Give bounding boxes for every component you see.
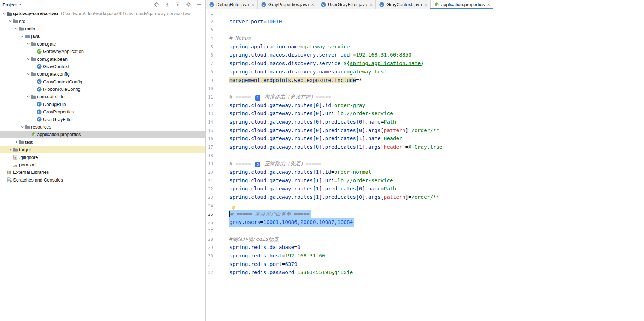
code-line-content[interactable]: spring.cloud.gateway.routes[1].id=order-… (227, 168, 644, 177)
code-line-content[interactable]: spring.cloud.gateway.routes[0].uri=lb://… (227, 109, 644, 118)
close-tab-icon[interactable]: × (487, 2, 490, 7)
code-line-content[interactable]: management.endpoints.web.exposure.includ… (227, 76, 644, 85)
code-line-content[interactable]: gray.users=10001,10086,20000,10087,10084 (227, 218, 644, 227)
code-line-content[interactable]: # ===== 1 灰度路由（必须在前）===== (227, 93, 644, 101)
tree-item-pom-xml[interactable]: mpom.xml (0, 161, 205, 168)
close-tab-icon[interactable]: × (425, 2, 427, 7)
project-view-selector[interactable]: Project (2, 2, 22, 7)
chevron-down-icon[interactable] (14, 26, 18, 31)
token-k: spring.cloud.nacos.discovery.service (229, 60, 340, 66)
chevron-right-icon[interactable] (8, 148, 12, 152)
locate-file-icon[interactable] (154, 2, 159, 7)
tree-item-gateway-service-two[interactable]: gateway-service-twoD:\software\idea\work… (0, 10, 205, 17)
code-line-content[interactable]: spring.redis.port=6379 (227, 260, 644, 269)
code-line-content[interactable] (227, 9, 644, 18)
gitignore-file-icon (12, 154, 19, 160)
chevron-right-icon[interactable] (14, 140, 18, 144)
settings-gear-icon[interactable] (186, 2, 191, 7)
line-number: 20 (206, 168, 227, 177)
code-line-content[interactable]: spring.cloud.nacos.discovery.service=${s… (227, 59, 644, 68)
tree-item-usergrayfilter[interactable]: CUserGrayFilter (0, 115, 205, 123)
editor-body[interactable]: 12server.port=1001034# Nacos5spring.appl… (206, 9, 644, 321)
close-tab-icon[interactable]: × (311, 2, 314, 7)
tree-item-gatewayapplication[interactable]: GatewayApplication (0, 48, 205, 55)
tree-item-com-gate[interactable]: com.gate (0, 40, 205, 48)
token-eq: = (356, 77, 359, 83)
tree-item-application-properties[interactable]: application.properties (0, 131, 205, 138)
project-tree: gateway-service-twoD:\software\idea\work… (0, 9, 205, 321)
code-line-content[interactable]: spring.cloud.gateway.routes[0].predicate… (227, 118, 644, 126)
tree-item-graycontextconfig[interactable]: CGrayContextConfig (0, 78, 205, 85)
tree-item-ribbonruleconfig[interactable]: CRibbonRuleConfig (0, 85, 205, 93)
chevron-down-icon[interactable] (26, 57, 30, 61)
tree-item-com-gate-bean[interactable]: com.gate.bean (0, 55, 205, 63)
chevron-down-icon[interactable] (20, 34, 24, 38)
tree-item-label: .gitignore (19, 155, 38, 160)
line-number: 29 (206, 243, 227, 252)
code-line-content[interactable]: spring.cloud.nacos.discovery.server-addr… (227, 51, 644, 59)
code-line-2: 2server.port=10010 (206, 18, 644, 26)
code-line-content[interactable] (227, 227, 644, 235)
code-line-content[interactable]: #测试环境redis配置 (227, 235, 644, 244)
tree-item-resources[interactable]: resources (0, 123, 205, 131)
code-line-content[interactable]: spring.cloud.gateway.routes[0].predicate… (227, 143, 644, 151)
code-line-content[interactable] (227, 26, 644, 34)
tab-debugrule-java[interactable]: CDebugRule.java× (206, 0, 258, 9)
tree-item-label: main (25, 26, 35, 31)
token-num: 10001,10086,20000,10087,10084 (263, 219, 353, 225)
code-line-content[interactable]: # ===== 灰度用户白名单 ===== (227, 210, 644, 219)
tree-item-scratches-and-consoles[interactable]: Scratches and Consoles (0, 176, 205, 184)
tree-item-test[interactable]: test (0, 138, 205, 146)
chevron-down-icon[interactable] (2, 12, 6, 16)
tree-item-grayproperties[interactable]: CGrayProperties (0, 108, 205, 115)
chevron-down-icon[interactable] (26, 72, 30, 76)
svg-text:C: C (38, 110, 41, 114)
code-line-content[interactable]: spring.cloud.gateway.routes[0].predicate… (227, 126, 644, 135)
code-line-content[interactable]: spring.cloud.gateway.routes[0].id=order-… (227, 101, 644, 110)
code-line-content[interactable]: spring.redis.database=0 (227, 243, 644, 252)
code-line-content[interactable]: spring.cloud.gateway.routes[1].uri=lb://… (227, 177, 644, 185)
code-line-content[interactable]: spring.redis.password=13301455191@qiuxie (227, 268, 644, 277)
code-line-content[interactable] (227, 202, 644, 210)
chevron-down-icon[interactable] (20, 125, 24, 129)
chevron-down-icon[interactable] (26, 42, 30, 46)
expand-all-icon[interactable] (164, 2, 170, 7)
token-k: spring.cloud.gateway.routes[1].id (229, 169, 331, 175)
tab-grayproperties-java[interactable]: CGrayProperties.java× (258, 0, 317, 9)
code-line-content[interactable]: # ===== 2 正常路由（兜底）===== (227, 160, 644, 168)
code-line-12: 12spring.cloud.gateway.routes[0].id=orde… (206, 101, 644, 110)
tree-item-main[interactable]: main (0, 25, 205, 32)
tab-application-properties[interactable]: application.properties× (431, 0, 493, 9)
code-line-content[interactable]: spring.cloud.gateway.routes[0].predicate… (227, 135, 644, 143)
code-line-content[interactable] (227, 84, 644, 93)
chevron-down-icon[interactable] (8, 19, 12, 23)
chevron-down-icon[interactable] (26, 95, 30, 99)
tree-item-com-gate-filter[interactable]: com.gate.filter (0, 93, 205, 100)
collapse-all-icon[interactable] (175, 2, 181, 7)
hide-panel-icon[interactable] (196, 2, 202, 7)
close-tab-icon[interactable]: × (370, 2, 373, 7)
close-tab-icon[interactable]: × (252, 2, 254, 7)
tab-usergrayfilter-java[interactable]: CUserGrayFilter.java× (317, 0, 376, 9)
code-line-content[interactable]: server.port=10010 (227, 18, 644, 26)
code-line-content[interactable]: # Nacos (227, 34, 644, 43)
code-line-content[interactable] (227, 151, 644, 160)
code-line-16: 16spring.cloud.gateway.routes[0].predica… (206, 135, 644, 143)
tree-item-external-libraries[interactable]: External Libraries (0, 168, 205, 176)
code-line-content[interactable]: spring.cloud.gateway.routes[1].predicate… (227, 185, 644, 193)
tree-item-gitignore[interactable]: .gitignore (0, 153, 205, 161)
tab-graycontext-java[interactable]: CGrayContext.java× (376, 0, 431, 9)
tree-item-graycontext[interactable]: CGrayContext (0, 63, 205, 70)
tree-item-src[interactable]: src (0, 17, 205, 25)
code-line-content[interactable]: spring.redis.host=192.168.31.60 (227, 252, 644, 260)
tree-item-target[interactable]: target (0, 146, 205, 153)
code-line-content[interactable]: spring.cloud.gateway.routes[1].predicate… (227, 193, 644, 202)
tree-item-java[interactable]: java (0, 32, 205, 40)
tree-item-label: com.gate.config (37, 71, 70, 77)
code-line-content[interactable]: spring.application.name=gateway-service (227, 43, 644, 51)
code-text: spring.redis.port=6379 (229, 260, 297, 269)
line-number: 2 (206, 18, 227, 26)
code-line-content[interactable]: spring.cloud.nacos.discovery.namespace=g… (227, 68, 644, 76)
tree-item-debugrule[interactable]: CDebugRule (0, 101, 205, 108)
tree-item-com-gate-config[interactable]: com.gate.config (0, 70, 205, 78)
